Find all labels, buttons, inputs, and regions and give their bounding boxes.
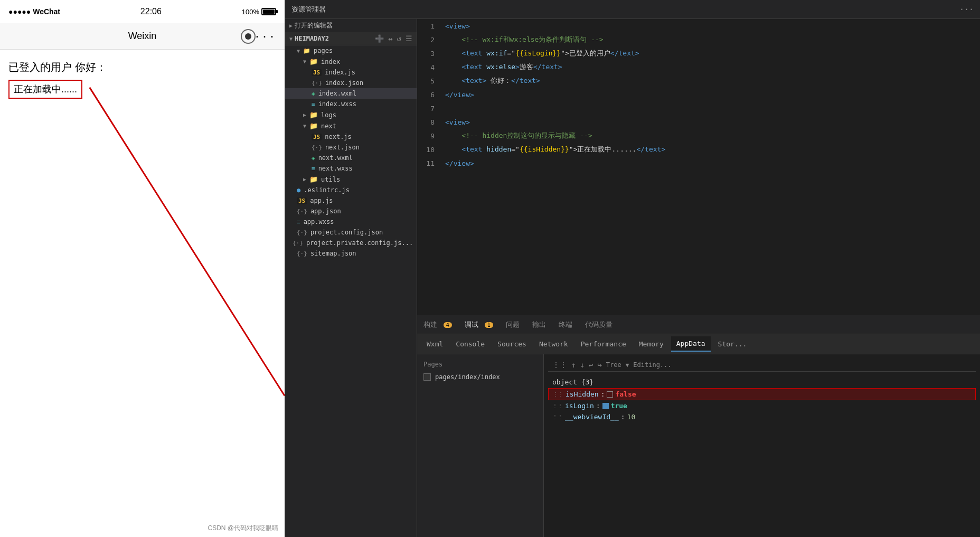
project-header-icons: ➕ ↔ ↺ ☰ [375, 34, 412, 43]
tree-item-app-json[interactable]: {·} app.json [285, 206, 417, 216]
code-line-11: 11 </view> [417, 156, 980, 170]
open-editors-label: 打开的编辑器 [295, 21, 333, 30]
tab-terminal[interactable]: 终端 [557, 319, 574, 331]
pages-label: pages [314, 47, 333, 54]
code-editor: 1 <view> 2 <!-- wx:if和wx:else为条件判断语句 -->… [417, 19, 980, 315]
tree-item-next-wxml[interactable]: ◈ next.wxml [285, 153, 417, 163]
devtools-tab-console[interactable]: Console [450, 337, 490, 351]
tree-item-next-json[interactable]: {·} next.json [285, 142, 417, 153]
tree-item-index-wxss[interactable]: ≡ index.wxss [285, 99, 417, 109]
pages-chevron: ▼ [297, 48, 300, 54]
app-wxss-icon: ≡ [297, 219, 300, 225]
index-json-label: index.json [325, 79, 363, 87]
project-config-label: project.config.json [310, 229, 383, 236]
toolbar-undo-icon[interactable]: ↩ [589, 361, 593, 369]
tree-item-next-folder[interactable]: ▼ 📁 next [285, 120, 417, 131]
tab-code-quality[interactable]: 代码质量 [583, 319, 615, 331]
next-chevron: ▼ [303, 123, 306, 129]
webviewid-colon: : [621, 413, 625, 421]
tab-issues[interactable]: 问题 [504, 319, 522, 331]
eslint-label: .eslintrc.js [304, 186, 350, 194]
project-header[interactable]: ▼ HEIMADAY2 ➕ ↔ ↺ ☰ [285, 32, 417, 45]
tree-item-logs[interactable]: ▶ 📁 logs [285, 109, 417, 120]
open-editors-header[interactable]: ▶ 打开的编辑器 [285, 19, 417, 32]
sitemap-icon: {·} [297, 250, 307, 257]
webviewid-key: __webviewId__ [565, 413, 619, 421]
devtools-tab-network[interactable]: Network [534, 337, 573, 351]
open-editors-chevron: ▶ [289, 23, 293, 29]
logs-chevron: ▶ [303, 112, 306, 118]
tab-build[interactable]: 构建 4 [421, 319, 454, 331]
ide-main-area: ▶ 打开的编辑器 ▼ HEIMADAY2 ➕ ↔ ↺ ☰ ▼ 📁 pages [285, 19, 980, 537]
devtools-tab-sources[interactable]: Sources [492, 337, 532, 351]
add-file-icon[interactable]: ➕ [375, 34, 384, 43]
project-chevron: ▼ [289, 36, 293, 42]
tree-item-index-js[interactable]: JS index.js [285, 67, 417, 78]
utils-chevron: ▶ [303, 176, 306, 182]
tree-item-eslint[interactable]: ● .eslintrc.js [285, 185, 417, 195]
ide-top-dots[interactable]: ··· [959, 5, 974, 14]
devtools-tab-appdata[interactable]: AppData [671, 336, 711, 352]
add-folder-icon[interactable]: ↔ [388, 34, 392, 43]
tab-debug[interactable]: 调试 1 [463, 319, 495, 331]
code-line-4: 4 <text wx:else>游客</text> [417, 60, 980, 74]
wxml-icon: ◈ [312, 90, 315, 97]
toolbar-up-icon[interactable]: ↑ [571, 361, 576, 369]
phone-battery-area: 100% [242, 8, 276, 16]
app-wxss-label: app.wxss [304, 218, 334, 225]
devtools-tabs-bar: Wxml Console Sources Network Performance… [417, 334, 980, 354]
pages-folder-icon: 📁 [303, 48, 310, 54]
tree-item-app-wxss[interactable]: ≡ app.wxss [285, 216, 417, 227]
tree-item-next-wxss[interactable]: ≡ next.wxss [285, 163, 417, 174]
tree-dropdown-icon[interactable]: ▼ [626, 362, 629, 369]
code-line-3: 3 <text wx:if="{{isLogin}}">已登入的用户</text… [417, 46, 980, 60]
phone-signal: ●●●●● WeChat [8, 7, 60, 16]
tree-item-utils[interactable]: ▶ 📁 utils [285, 174, 417, 185]
ishidden-checkbox[interactable] [607, 391, 613, 398]
tree-item-project-private[interactable]: {·} project.private.config.js... [285, 238, 417, 248]
build-badge: 4 [444, 322, 452, 328]
collapse-icon[interactable]: ☰ [406, 34, 412, 43]
tree-item-app-js[interactable]: JS app.js [285, 195, 417, 206]
tree-item-index-json[interactable]: {·} index.json [285, 78, 417, 88]
devtools-tab-performance[interactable]: Performance [576, 337, 632, 351]
tree-item-index-wxml[interactable]: ◈ index.wxml [285, 88, 417, 99]
devtools-tab-stor[interactable]: Stor... [713, 337, 752, 351]
tree-item-pages[interactable]: ▼ 📁 pages [285, 45, 417, 56]
bottom-tabs-bar: 构建 4 调试 1 问题 输出 终端 [417, 315, 980, 334]
ide-top-bar: 资源管理器 ··· [285, 0, 980, 19]
code-line-9: 9 <!-- hidden控制这句的显示与隐藏 --> [417, 129, 980, 143]
next-wxml-label: next.wxml [318, 154, 353, 162]
phone-content: 已登入的用户 你好： 正在加载中...... [0, 50, 285, 109]
tree-item-index-folder[interactable]: ▼ 📁 index [285, 56, 417, 67]
toolbar-down-icon[interactable]: ↓ [580, 361, 584, 369]
devtools-tab-wxml[interactable]: Wxml [421, 337, 448, 351]
devtools-toolbar: ⋮⋮ ↑ ↓ ↩ ↪ Tree ▼ Editing... [548, 359, 976, 372]
devtools-tab-memory[interactable]: Memory [634, 337, 669, 351]
ishidden-value: false [615, 390, 636, 398]
svg-marker-1 [274, 385, 285, 396]
phone-record-button[interactable] [241, 29, 256, 44]
tab-output[interactable]: 输出 [530, 319, 548, 331]
csdn-watermark: CSDN @代码对我眨眼睛 [208, 524, 278, 533]
editing-label: Editing... [633, 361, 671, 369]
phone-nav-dots[interactable]: ··· [254, 30, 276, 43]
islogin-value: true [611, 402, 627, 410]
refresh-icon[interactable]: ↺ [397, 34, 401, 43]
app-json-icon: {·} [297, 208, 307, 215]
file-tree: ▶ 打开的编辑器 ▼ HEIMADAY2 ➕ ↔ ↺ ☰ ▼ 📁 pages [285, 19, 417, 537]
tree-item-next-js[interactable]: JS next.js [285, 131, 417, 142]
pages-item[interactable]: pages/index/index [417, 370, 543, 384]
islogin-checkbox[interactable] [602, 403, 609, 409]
islogin-dot-icon: ⋮⋮ [552, 403, 563, 409]
js-icon: JS [312, 69, 322, 76]
ishidden-key: isHidden [566, 390, 599, 398]
tree-item-sitemap[interactable]: {·} sitemap.json [285, 248, 417, 259]
devtools-pages-panel: Pages pages/index/index [417, 354, 544, 537]
ide-bottom-full: 构建 4 调试 1 问题 输出 终端 [417, 315, 980, 537]
code-line-5: 5 <text> 你好：</text> [417, 74, 980, 88]
index-wxml-label: index.wxml [318, 90, 356, 97]
tree-item-project-config[interactable]: {·} project.config.json [285, 227, 417, 238]
toolbar-redo-icon[interactable]: ↪ [597, 361, 601, 369]
utils-folder-icon: 📁 [309, 175, 318, 183]
